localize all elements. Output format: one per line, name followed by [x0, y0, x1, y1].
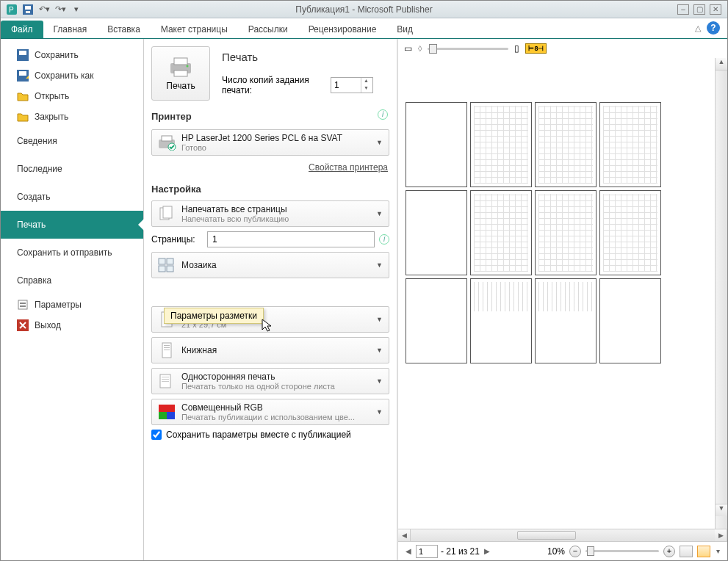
printer-properties-link[interactable]: Свойства принтера [309, 162, 388, 173]
bs-item-save[interactable]: Сохранить [1, 45, 143, 65]
page-thumb[interactable] [470, 278, 532, 363]
page-thumb[interactable] [406, 278, 467, 363]
chevron-down-icon: ▼ [375, 408, 384, 416]
orientation-dropdown[interactable]: Книжная ▼ [151, 337, 389, 363]
ribbon-minimize-icon[interactable]: △ [695, 23, 701, 33]
bs-item-info[interactable]: Сведения [1, 127, 143, 155]
page-thumb[interactable] [599, 102, 661, 187]
info-icon[interactable]: i [379, 234, 389, 245]
tile-dropdown[interactable]: Мозаика ▼ [151, 252, 389, 278]
side-dropdown[interactable]: Односторонняя печатьПечатать только на о… [151, 368, 389, 394]
zoom-slider[interactable] [585, 550, 659, 552]
info-icon[interactable]: i [378, 109, 388, 120]
svg-rect-37 [167, 412, 175, 419]
tab-mailings[interactable]: Рассылки [238, 21, 298, 38]
bs-item-save-send[interactable]: Сохранить и отправить [1, 239, 143, 267]
save-settings-checkbox[interactable] [151, 430, 162, 440]
chevron-down-icon: ▼ [375, 377, 384, 385]
slider-handle-icon[interactable]: ◊ [418, 44, 422, 53]
svg-rect-24 [159, 266, 165, 272]
bs-item-new[interactable]: Создать [1, 183, 143, 211]
scroll-left-button[interactable]: ◀ [398, 529, 411, 541]
maximize-button[interactable]: ▢ [693, 4, 705, 15]
zoom-in-button[interactable]: + [663, 546, 675, 557]
scroll-up-button[interactable]: ▲ [716, 58, 727, 70]
preview-badge[interactable]: ⊢8⊣ [525, 43, 547, 54]
zoom-thumb[interactable] [587, 546, 594, 556]
spinner-up[interactable]: ▲ [361, 78, 371, 85]
hscroll-thumb[interactable] [517, 531, 576, 540]
spinner-down[interactable]: ▼ [361, 85, 371, 93]
page-thumb[interactable] [599, 278, 661, 363]
page-thumb[interactable] [470, 102, 532, 187]
print-all-dropdown[interactable]: Напечатать все страницыНапечатать всю пу… [151, 200, 389, 227]
svg-rect-28 [164, 345, 170, 346]
tab-home[interactable]: Главная [43, 21, 98, 38]
save-icon[interactable] [21, 3, 35, 16]
exit-icon [17, 319, 29, 331]
doc-icon-2[interactable]: ▯ [514, 43, 519, 54]
bs-item-open[interactable]: Открыть [1, 86, 143, 106]
printer-dropdown[interactable]: HP LaserJet 1200 Series PCL 6 на SVATГот… [151, 129, 389, 156]
printer-name: HP LaserJet 1200 Series PCL 6 на SVAT [181, 133, 375, 143]
app-icon[interactable]: P [5, 3, 18, 16]
page-thumb[interactable] [599, 190, 661, 275]
bs-item-exit[interactable]: Выход [1, 315, 143, 336]
redo-icon[interactable]: ↷▾ [54, 3, 67, 16]
print-button[interactable]: Печать [151, 46, 210, 101]
folder-close-icon [17, 111, 29, 123]
bs-item-recent[interactable]: Последние [1, 155, 143, 183]
page-thumb[interactable] [535, 278, 597, 363]
tile-label: Мозаика [181, 260, 375, 270]
bs-item-options[interactable]: Параметры [1, 294, 143, 315]
vertical-scrollbar[interactable]: ▲ ▼ [715, 58, 727, 529]
svg-rect-23 [167, 258, 173, 264]
svg-rect-14 [174, 58, 187, 65]
page-thumb[interactable] [535, 102, 597, 187]
help-icon[interactable]: ? [707, 21, 720, 35]
fit-page-button[interactable] [680, 546, 693, 557]
scroll-down-button[interactable]: ▼ [716, 504, 727, 516]
svg-rect-8 [19, 71, 26, 76]
tab-view[interactable]: Вид [386, 21, 423, 38]
bs-item-close[interactable]: Закрыть [1, 106, 143, 127]
preview-size-slider[interactable] [428, 48, 508, 50]
tab-page-layout[interactable]: Макет страницы [151, 21, 238, 38]
page-prev-button[interactable]: ◀ [404, 547, 413, 555]
bs-item-print[interactable]: Печать [1, 211, 143, 239]
color-sub: Печатать публикации с использованием цве… [181, 413, 375, 421]
backstage-content: Печать Печать Число копий задания печати… [144, 39, 727, 560]
undo-icon[interactable]: ↶▾ [37, 3, 51, 16]
page-next-button[interactable]: ▶ [483, 547, 491, 555]
page-thumb[interactable] [535, 190, 597, 275]
preview-canvas[interactable]: ▲ ▼ [398, 58, 727, 529]
page-thumb[interactable] [406, 102, 467, 187]
bs-label: Сохранить и отправить [17, 247, 112, 258]
copies-input[interactable] [331, 80, 361, 90]
backstage: Сохранить Сохранить как Открыть Закрыть … [1, 39, 727, 560]
scroll-right-button[interactable]: ▶ [715, 529, 727, 541]
zoom-out-button[interactable]: − [569, 546, 581, 557]
pages-input[interactable] [207, 231, 375, 247]
copies-spinner[interactable]: ▲▼ [331, 77, 373, 93]
bs-item-save-as[interactable]: Сохранить как [1, 65, 143, 86]
bs-item-help[interactable]: Справка [1, 267, 143, 294]
close-button[interactable]: ✕ [710, 4, 721, 15]
page-thumb[interactable] [470, 190, 532, 275]
bs-label: Печать [17, 220, 46, 230]
more-button[interactable]: ▾ [715, 547, 721, 555]
tab-insert[interactable]: Вставка [97, 21, 151, 38]
slider-thumb[interactable] [429, 44, 437, 54]
color-dropdown[interactable]: Совмещенный RGBПечатать публикации с исп… [151, 399, 389, 425]
qat-menu-icon[interactable]: ▾ [70, 3, 83, 16]
page-thumb[interactable] [406, 190, 467, 275]
tab-review[interactable]: Рецензирование [298, 21, 387, 38]
minimize-button[interactable]: – [677, 4, 689, 15]
preview-status-bar: ◀ - 21 из 21 ▶ 10% − + ▾ [398, 541, 727, 560]
doc-icon[interactable]: ▭ [404, 43, 412, 54]
multi-page-button[interactable] [697, 546, 710, 557]
page-number-input[interactable] [416, 545, 438, 558]
tab-file[interactable]: Файл [1, 21, 43, 38]
horizontal-scrollbar[interactable]: ◀ ▶ [398, 529, 727, 541]
svg-rect-29 [164, 347, 170, 348]
